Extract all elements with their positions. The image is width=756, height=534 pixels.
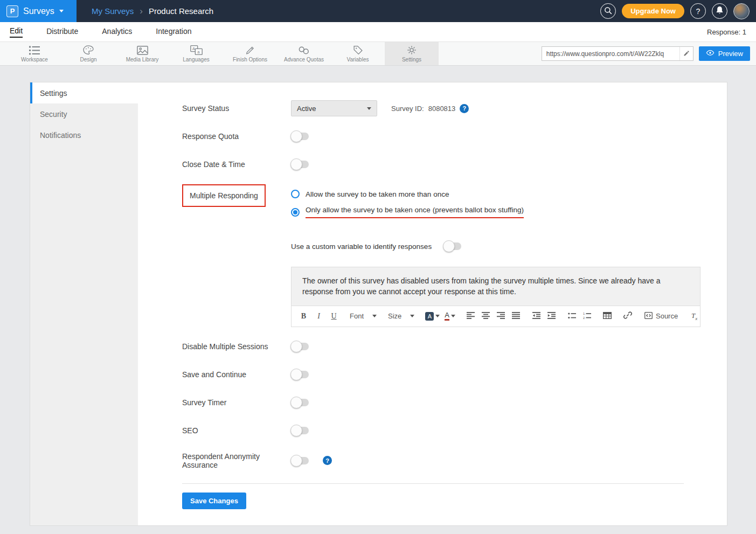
radio-unchecked-icon[interactable] (291, 190, 300, 198)
product-switcher[interactable]: P Surveys (0, 0, 77, 22)
survey-url-box (542, 46, 693, 61)
eye-icon (706, 50, 715, 58)
radio-checked-icon[interactable] (291, 208, 300, 217)
sidebar-item-security[interactable]: Security (30, 103, 138, 124)
align-left-icon (467, 311, 475, 321)
indent-decrease-button[interactable] (530, 309, 543, 323)
survey-id-value: 8080813 (428, 105, 456, 113)
multiple-responding-row: Multiple Responding Allow the survey to … (182, 184, 700, 226)
survey-status-value: Active (297, 105, 316, 113)
survey-url-input[interactable] (542, 50, 679, 58)
align-center-button[interactable] (479, 309, 493, 323)
numbered-list-button[interactable]: 1.2. (580, 309, 594, 323)
editor-toolbar: B I U Font Size (292, 306, 700, 327)
response-count: Response: 1 (707, 28, 746, 36)
radio-only-once[interactable]: Only allow the survey to be taken once (… (291, 206, 524, 218)
ribbon-item-advance-quotas[interactable]: Advance Quotas (277, 42, 331, 65)
close-date-row: Close Date & Time (182, 156, 700, 172)
align-center-icon (482, 311, 490, 321)
design-icon (83, 45, 94, 56)
avatar[interactable] (733, 3, 750, 19)
seo-toggle[interactable] (291, 427, 309, 434)
underline-button[interactable]: U (327, 309, 341, 323)
ribbon-item-media-library[interactable]: Media Library (115, 42, 169, 65)
edit-url-button[interactable] (679, 47, 693, 60)
multiple-responding-label: Multiple Responding (190, 191, 258, 200)
disabled-message-text[interactable]: The owner of this survey has disabled us… (292, 267, 700, 306)
source-button[interactable]: Source (642, 312, 681, 321)
insert-table-button[interactable] (601, 309, 614, 323)
ribbon-item-settings[interactable]: Settings (385, 42, 439, 65)
upgrade-button[interactable]: Upgrade Now (622, 4, 684, 18)
tab-analytics[interactable]: Analytics (102, 27, 132, 37)
ribbon-item-variables[interactable]: Variables (331, 42, 385, 65)
tab-integration[interactable]: Integration (156, 27, 191, 37)
survey-status-row: Survey Status Active Survey ID: 8080813 … (182, 100, 700, 116)
align-left-button[interactable] (464, 309, 477, 323)
respondent-anonymity-toggle[interactable] (291, 457, 309, 464)
radio-allow-multiple[interactable]: Allow the survey to be taken more than o… (291, 190, 524, 198)
ribbon-item-workspace[interactable]: Workspace (8, 42, 61, 65)
insert-link-button[interactable] (621, 309, 635, 323)
remove-format-button[interactable]: Tx (688, 309, 701, 323)
size-dropdown[interactable]: Size (386, 312, 417, 320)
ribbon-item-design[interactable]: Design (61, 42, 115, 65)
close-date-toggle[interactable] (291, 161, 309, 168)
save-and-continue-toggle[interactable] (291, 371, 309, 378)
breadcrumb-my-surveys[interactable]: My Surveys (92, 6, 134, 16)
numbered-list-icon: 1.2. (583, 311, 591, 321)
background-color-button[interactable]: A (424, 309, 441, 323)
ribbon-item-finish-options[interactable]: Finish Options (223, 42, 277, 65)
chevron-down-icon (410, 315, 414, 317)
font-dropdown[interactable]: Font (348, 312, 379, 320)
multiple-responding-label-col: Multiple Responding (182, 184, 291, 207)
survey-timer-row: Survey Timer (182, 396, 700, 409)
survey-timer-label: Survey Timer (182, 398, 291, 407)
respondent-anonymity-help-icon[interactable]: ? (323, 456, 332, 465)
source-code-icon (644, 312, 653, 321)
text-color-icon: A (445, 311, 449, 321)
tab-edit[interactable]: Edit (10, 26, 23, 38)
survey-status-select[interactable]: Active (291, 100, 377, 116)
question-mark-icon: ? (696, 7, 700, 16)
save-and-continue-label: Save and Continue (182, 370, 291, 379)
edit-ribbon: Workspace Design Media Library Aa Langua… (0, 42, 756, 66)
disable-multiple-sessions-label: Disable Multiple Sessions (182, 342, 291, 351)
response-quota-toggle[interactable] (291, 133, 309, 140)
svg-text:1.: 1. (583, 313, 586, 315)
text-color-button[interactable]: A (443, 309, 457, 323)
custom-variable-toggle[interactable] (443, 242, 461, 250)
italic-button[interactable]: I (312, 309, 325, 323)
breadcrumb: My Surveys › Product Research (92, 6, 213, 17)
align-right-button[interactable] (494, 309, 508, 323)
survey-id-help-icon[interactable]: ? (460, 104, 469, 113)
bullet-list-button[interactable] (565, 309, 579, 323)
chevron-down-icon (372, 315, 377, 317)
align-right-icon (497, 311, 505, 321)
link-icon (623, 311, 632, 322)
settings-sidebar: Settings Security Notifications (30, 82, 138, 525)
tab-distribute[interactable]: Distribute (46, 27, 78, 37)
indent-increase-button[interactable] (545, 309, 558, 323)
main-content: Settings Security Notifications Survey S… (0, 66, 756, 526)
ribbon-item-languages[interactable]: Aa Languages (169, 42, 223, 65)
sidebar-item-notifications[interactable]: Notifications (30, 124, 138, 145)
preview-button[interactable]: Preview (699, 46, 750, 61)
disable-multiple-sessions-toggle[interactable] (291, 343, 309, 350)
search-icon (604, 6, 612, 16)
bold-button[interactable]: B (297, 309, 310, 323)
breadcrumb-separator-icon: › (140, 6, 143, 17)
save-changes-button[interactable]: Save Changes (182, 493, 246, 509)
settings-icon (406, 45, 417, 56)
background-color-icon: A (425, 312, 434, 321)
help-button[interactable]: ? (690, 3, 706, 19)
save-and-continue-row: Save and Continue (182, 368, 700, 381)
respondent-anonymity-row: Respondent Anonymity Assurance ? (182, 452, 700, 469)
align-justify-button[interactable] (509, 309, 523, 323)
sidebar-item-settings[interactable]: Settings (30, 82, 138, 103)
search-button[interactable] (600, 3, 616, 19)
survey-timer-toggle[interactable] (291, 399, 309, 406)
indent-decrease-icon (532, 311, 540, 321)
notifications-button[interactable] (712, 3, 727, 19)
survey-section-tabs: Edit Distribute Analytics Integration Re… (0, 22, 756, 42)
